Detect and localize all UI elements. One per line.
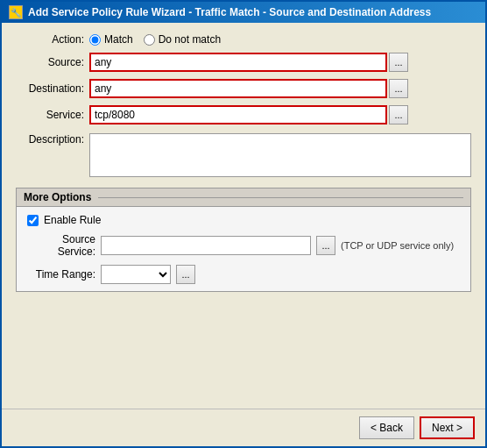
- more-options-header: More Options: [17, 188, 470, 207]
- action-row: Action: Match Do not match: [16, 33, 471, 46]
- do-not-match-option[interactable]: Do not match: [144, 33, 221, 46]
- match-label: Match: [104, 33, 133, 46]
- source-service-browse-button[interactable]: ...: [316, 236, 335, 255]
- do-not-match-label: Do not match: [159, 33, 221, 46]
- source-label: Source:: [16, 56, 84, 68]
- enable-rule-label: Enable Rule: [44, 214, 101, 226]
- source-service-hint: (TCP or UDP service only): [341, 240, 454, 251]
- next-button[interactable]: Next >: [420, 416, 475, 439]
- source-input-group: ...: [89, 53, 471, 72]
- window-title: Add Service Policy Rule Wizard - Traffic…: [28, 6, 431, 18]
- time-range-row: Time Range: ...: [27, 265, 460, 284]
- source-row: Source: ...: [16, 53, 471, 72]
- enable-rule-checkbox[interactable]: [27, 215, 39, 226]
- time-range-select[interactable]: [101, 265, 171, 284]
- source-service-row: Source Service: ... (TCP or UDP service …: [27, 233, 460, 258]
- description-textarea[interactable]: [89, 133, 471, 177]
- service-browse-button[interactable]: ...: [389, 105, 408, 124]
- action-label: Action:: [16, 33, 84, 46]
- source-browse-button[interactable]: ...: [389, 53, 408, 72]
- window-icon: 🔧: [9, 5, 23, 19]
- more-options-body: Enable Rule Source Service: ... (TCP or …: [17, 207, 470, 291]
- more-options-section: More Options Enable Rule Source Service:…: [16, 188, 471, 292]
- action-radio-group: Match Do not match: [89, 33, 221, 46]
- service-input[interactable]: [89, 105, 387, 124]
- destination-input-group: ...: [89, 79, 471, 98]
- description-label: Description:: [16, 133, 84, 146]
- match-radio[interactable]: [89, 34, 101, 46]
- wizard-content: Action: Match Do not match Source: ...: [2, 23, 485, 409]
- time-range-label: Time Range:: [27, 268, 95, 281]
- do-not-match-radio[interactable]: [144, 34, 155, 46]
- destination-row: Destination: ...: [16, 79, 471, 98]
- destination-input[interactable]: [89, 79, 387, 98]
- enable-rule-row: Enable Rule: [27, 214, 460, 226]
- source-service-label: Source Service:: [27, 233, 95, 258]
- wizard-window: 🔧 Add Service Policy Rule Wizard - Traff…: [0, 0, 487, 448]
- source-input[interactable]: [89, 53, 387, 72]
- service-label: Service:: [16, 109, 84, 121]
- title-bar: 🔧 Add Service Policy Rule Wizard - Traff…: [2, 2, 485, 23]
- service-input-group: ...: [89, 105, 471, 124]
- source-service-input[interactable]: [101, 236, 311, 255]
- match-option[interactable]: Match: [89, 33, 133, 46]
- more-options-title: More Options: [24, 191, 91, 203]
- back-button[interactable]: < Back: [359, 416, 414, 439]
- time-range-browse-button[interactable]: ...: [176, 265, 195, 284]
- service-row: Service: ...: [16, 105, 471, 124]
- wizard-footer: < Back Next >: [2, 409, 485, 446]
- description-row: Description:: [16, 133, 471, 177]
- destination-label: Destination:: [16, 82, 84, 95]
- header-line: [98, 197, 463, 198]
- destination-browse-button[interactable]: ...: [389, 79, 408, 98]
